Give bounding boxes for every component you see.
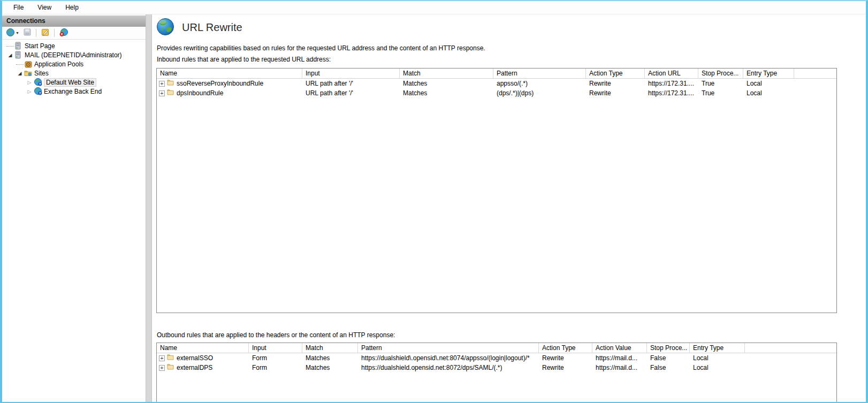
app-pools-icon [24,60,33,68]
column-header-filler [794,69,836,78]
globe-remove-icon [59,28,68,38]
tree-item-label: Exchange Back End [44,88,102,95]
rule-pattern: (dps/.*)|(dps) [493,88,586,98]
rule-action-type: Rewrite [586,79,645,88]
menu-help[interactable]: Help [58,2,86,13]
rule-input: URL path after '/' [302,79,400,88]
menu-file[interactable]: File [6,2,31,13]
tree-item-label: Default Web Site [44,78,96,87]
expand-plus-icon[interactable]: + [159,355,165,361]
tree-item-start-page[interactable]: Start Page [2,41,146,50]
rule-entry-type: Local [690,353,745,363]
rule-entry-type: Local [743,79,794,88]
connections-panel: Connections ▼ [2,14,146,402]
rule-match: Matches [400,79,493,88]
expand-arrow-icon[interactable]: ▷ [26,89,33,94]
rule-folder-icon [167,353,174,363]
server-icon [14,51,23,59]
column-header-action-url[interactable]: Action URL [645,69,698,78]
inbound-rules-label: Inbound rules that are applied to the re… [157,56,331,63]
rule-name: ssoReverseProxyInboundRule [177,79,263,88]
table-row[interactable]: + ssoReverseProxyInboundRule URL path af… [157,79,836,88]
rule-action-type: Rewrite [539,363,592,372]
rule-match: Matches [302,353,358,363]
expand-plus-icon[interactable]: + [159,365,165,371]
panel-splitter[interactable] [146,14,152,402]
menu-view[interactable]: View [31,2,58,13]
table-row[interactable]: + externalSSO Form Matches https://duals… [157,353,836,363]
toolbar-separator [36,29,36,37]
rule-stop-processing: False [647,353,690,363]
tree-item-exchange-back-end[interactable]: ▷ ? Exchange Back End [2,87,146,96]
tree-item-server-mail[interactable]: ◢ MAIL (DEEPNETID\Administrator) [2,50,146,59]
rule-pattern: https://dualshield.opensid.net:8072/dps/… [358,363,539,372]
page-edit-button[interactable] [40,27,50,39]
chevron-down-icon: ▼ [16,31,19,35]
rule-match: Matches [302,363,358,372]
expand-plus-icon[interactable]: + [159,90,165,96]
expand-arrow-icon[interactable]: ◢ [16,71,24,76]
rule-stop-processing: True [698,79,743,88]
rule-input: URL path after '/' [302,88,400,98]
column-header-match[interactable]: Match [302,343,358,353]
page-edit-icon [41,28,49,38]
table-row[interactable]: + externalDPS Form Matches https://duals… [157,363,836,372]
rule-folder-icon [167,363,174,372]
rule-action-url: https://172.31.... [645,88,698,98]
connections-toolbar: ▼ [2,27,146,40]
tree-connector [16,64,24,65]
rule-name: externalSSO [177,353,213,363]
menu-bar: File View Help [2,1,866,14]
tree-item-label: MAIL (DEEPNETID\Administrator) [25,51,122,59]
rule-action-url: https://172.31.... [645,79,698,88]
column-header-entry-type[interactable]: Entry Type [743,69,794,78]
column-header-name[interactable]: Name [157,69,302,78]
site-globe-icon: ? [33,78,42,86]
start-page-icon [14,42,23,50]
connections-tree: Start Page ◢ MAIL (DEEPNETID\Administrat… [2,40,146,96]
connections-panel-title: Connections [2,16,146,27]
tree-item-application-pools[interactable]: Application Pools [2,59,146,69]
tree-item-default-web-site[interactable]: ▷ ? Default Web Site [2,78,146,87]
inbound-table-header: Name Input Match Pattern Action Type Act… [157,69,836,79]
remove-connection-button[interactable] [58,27,70,39]
url-rewrite-feature-panel: URL Rewrite Provides rewriting capabilit… [152,14,866,402]
table-row[interactable]: + dpsInboundRule URL path after '/' Matc… [157,88,836,98]
column-header-pattern[interactable]: Pattern [358,343,539,353]
column-header-action-type[interactable]: Action Type [539,343,592,353]
column-header-entry-type[interactable]: Entry Type [690,343,745,353]
column-header-stop-processing[interactable]: Stop Proce... [647,343,690,353]
rule-pattern: https://dualshield\.opensid\.net:8074/ap… [358,353,539,363]
column-header-action-type[interactable]: Action Type [586,69,645,78]
tree-item-label: Start Page [25,42,55,50]
tree-item-sites[interactable]: ◢ Sites [2,69,146,78]
column-header-match[interactable]: Match [400,69,493,78]
column-header-input[interactable]: Input [249,343,302,353]
rule-match: Matches [400,88,493,98]
rule-action-type: Rewrite [586,88,645,98]
rule-action-value: https://mail.d... [592,363,647,372]
connect-server-button[interactable]: ▼ [5,27,20,39]
save-icon [24,28,31,37]
expand-arrow-icon[interactable]: ◢ [6,52,14,58]
url-rewrite-globe-icon [156,18,174,37]
column-header-input[interactable]: Input [302,69,400,78]
rule-action-type: Rewrite [539,353,592,363]
expand-arrow-icon[interactable]: ▷ [26,80,33,85]
rule-action-value: https://mail.d... [592,353,647,363]
sites-folder-icon [24,70,33,77]
expand-plus-icon[interactable]: + [159,81,165,87]
feature-description: Provides rewriting capabilities based on… [157,44,485,52]
save-button[interactable] [22,27,32,39]
column-header-pattern[interactable]: Pattern [493,69,586,78]
column-header-stop-processing[interactable]: Stop Proce... [698,69,743,78]
feature-header: URL Rewrite [156,16,242,39]
column-header-action-value[interactable]: Action Value [592,343,647,353]
rule-folder-icon [167,88,174,98]
outbound-rules-label: Outbound rules that are applied to the h… [157,331,395,339]
column-header-filler [745,343,836,353]
toolbar-separator [54,29,55,37]
rule-input: Form [249,363,302,372]
column-header-name[interactable]: Name [157,343,249,353]
rule-name: externalDPS [177,363,212,372]
